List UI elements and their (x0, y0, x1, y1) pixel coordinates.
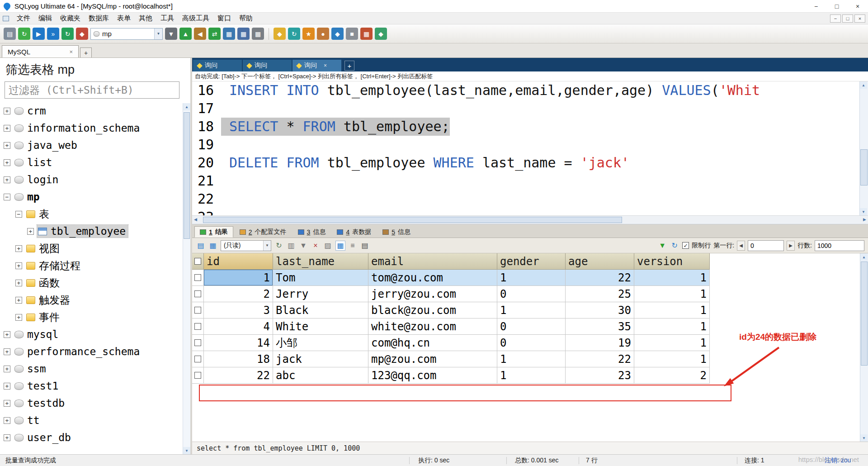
tree-item-mp[interactable]: −mp (0, 188, 190, 205)
tree-item-视图[interactable]: +视图 (0, 240, 190, 257)
grid-options-icon[interactable]: ▦ (208, 241, 218, 251)
schema-designer-icon[interactable]: ▦ (360, 28, 373, 40)
editor-vertical-scrollbar[interactable] (859, 81, 868, 215)
duplicate-row-icon[interactable]: ▥ (286, 241, 296, 251)
expand-icon[interactable]: + (4, 142, 10, 149)
blob-viewer-icon[interactable]: ■ (346, 28, 358, 40)
execute-query-icon[interactable]: ▶ (33, 28, 45, 40)
tree-item-java_web[interactable]: +java_web (0, 137, 190, 154)
first-row-increment-button[interactable]: ▶ (787, 241, 795, 251)
maximize-button[interactable]: □ (826, 0, 847, 12)
editor-line[interactable]: 22 (192, 190, 868, 208)
query-tab[interactable]: 询问 (243, 60, 292, 71)
column-header-gender[interactable]: gender (497, 253, 566, 270)
expand-icon[interactable]: + (4, 400, 10, 407)
export-data-icon[interactable]: ▨ (323, 241, 333, 251)
expand-icon[interactable]: + (15, 297, 22, 304)
query-tab[interactable]: 询问× (292, 60, 341, 71)
expand-icon[interactable]: + (4, 434, 10, 441)
first-row-decrement-button[interactable]: ◀ (737, 241, 745, 251)
stop-query-icon[interactable]: ◆ (76, 28, 88, 40)
menu-item[interactable]: 编辑 (34, 14, 56, 23)
row-checkbox[interactable] (194, 339, 201, 346)
plugin-icon[interactable]: ◆ (375, 28, 387, 40)
tree-item-ssm[interactable]: +ssm (0, 360, 190, 377)
collapse-icon[interactable]: − (15, 211, 22, 218)
query-result-icon[interactable]: ▦ (252, 28, 264, 40)
result-tab[interactable]: 5 信息 (377, 226, 415, 238)
menu-item[interactable]: 文件 (13, 14, 34, 23)
scrollbar-thumb[interactable] (184, 112, 190, 239)
new-connection-tab-button[interactable]: + (80, 48, 92, 57)
row-count-input[interactable] (815, 240, 864, 251)
new-query-tab-button[interactable]: + (344, 61, 354, 71)
editor-line[interactable]: 19 (192, 136, 868, 154)
connection-tab-mysql[interactable]: MySQL × (2, 45, 79, 57)
scroll-up-icon[interactable] (860, 81, 867, 89)
tree-item-crm[interactable]: +crm (0, 102, 190, 119)
menu-item[interactable]: 工具 (156, 14, 178, 23)
expand-icon[interactable]: + (4, 125, 10, 132)
row-checkbox[interactable] (194, 323, 201, 330)
first-row-input[interactable] (748, 240, 784, 251)
tree-item-mysql[interactable]: +mysql (0, 326, 190, 343)
connection-select[interactable]: mp (90, 28, 163, 40)
result-tab[interactable]: 1 结果 (194, 226, 233, 238)
form-view-icon[interactable]: ▤ (360, 241, 370, 251)
column-header-age[interactable]: age (566, 253, 634, 270)
row-checkbox[interactable] (194, 290, 201, 297)
expand-icon[interactable]: + (4, 383, 10, 390)
tree-item-tbl_employee[interactable]: +tbl_employee (0, 223, 190, 240)
expand-icon[interactable]: + (27, 228, 34, 235)
tree-item-tt[interactable]: +tt (0, 412, 190, 429)
user-manager-icon[interactable]: ● (317, 28, 329, 40)
tree-item-user_db[interactable]: +user_db (0, 429, 190, 446)
editor-line[interactable]: 17 (192, 100, 868, 118)
scroll-up-icon[interactable] (183, 103, 190, 110)
chevron-down-icon[interactable] (263, 241, 271, 251)
tree-item-testdb[interactable]: +testdb (0, 395, 190, 412)
expand-icon[interactable]: + (4, 108, 10, 114)
column-header-last_name[interactable]: last_name (273, 253, 368, 270)
tree-scrollbar[interactable] (183, 103, 190, 454)
column-header-version[interactable]: version (634, 253, 710, 270)
menu-item[interactable]: 帮助 (235, 14, 257, 23)
expand-icon[interactable]: + (4, 176, 10, 183)
execute-all-icon[interactable]: » (47, 28, 59, 40)
scroll-down-icon[interactable] (860, 208, 867, 215)
tree-item-存储过程[interactable]: +存储过程 (0, 257, 190, 274)
scrollbar-thumb[interactable] (861, 262, 868, 366)
row-checkbox[interactable] (194, 356, 201, 362)
messenger-icon[interactable]: ◆ (331, 28, 344, 40)
menu-item[interactable]: 其他 (135, 14, 156, 23)
text-view-icon[interactable]: ≡ (348, 241, 358, 251)
result-tab[interactable]: 3 信息 (293, 226, 331, 238)
schema-sync-icon[interactable]: ↻ (288, 28, 300, 40)
expand-icon[interactable]: + (15, 262, 22, 269)
new-connection-icon[interactable]: ▤ (4, 28, 16, 40)
readonly-mode-select[interactable]: (只读) (221, 240, 271, 251)
grid-view-icon[interactable]: ▦ (335, 241, 345, 251)
mdi-minimize-button[interactable]: − (830, 14, 841, 23)
tree-item-事件[interactable]: +事件 (0, 309, 190, 326)
menu-item[interactable]: 窗口 (213, 14, 235, 23)
expand-icon[interactable]: + (4, 348, 10, 355)
export-resultset-icon[interactable]: ▤ (196, 241, 206, 251)
column-header-email[interactable]: email (368, 253, 497, 270)
menu-item[interactable]: 表单 (113, 14, 135, 23)
table-data-icon[interactable]: ▦ (237, 28, 250, 40)
expand-icon[interactable]: + (15, 245, 22, 252)
tree-item-performance_schema[interactable]: +performance_schema (0, 343, 190, 360)
result-tab[interactable]: 2 个配置文件 (235, 226, 292, 238)
expand-icon[interactable]: + (4, 331, 10, 338)
tree-item-information_schema[interactable]: +information_schema (0, 119, 190, 137)
expand-icon[interactable]: + (15, 314, 22, 321)
table-row[interactable]: 3Blackblack@zou.com1301 (192, 302, 868, 319)
editor-horizontal-scrollbar[interactable] (192, 215, 868, 224)
refresh-rows-icon[interactable]: ↻ (670, 241, 679, 251)
expand-icon[interactable]: + (15, 280, 22, 286)
tree-item-表[interactable]: −表 (0, 205, 190, 223)
expand-icon[interactable]: + (4, 366, 10, 372)
editor-line[interactable]: 18SELECT * FROM tbl_employee; (192, 118, 868, 136)
expand-icon[interactable]: + (4, 417, 10, 424)
